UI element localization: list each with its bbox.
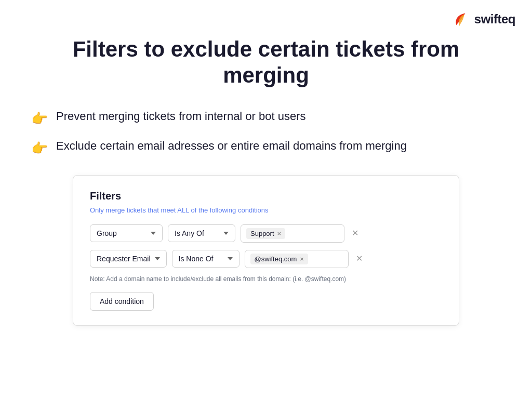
chevron-down-icon [151,232,156,235]
filter-card: Filters Only merge tickets that meet ALL… [73,175,459,326]
bullet-icon-2: 👉 [31,140,48,156]
operator-select-1[interactable]: Is Any Of [168,224,235,242]
logo-text: swifteq [474,12,515,26]
filter-card-title: Filters [90,190,442,202]
add-condition-button[interactable]: Add condition [90,292,154,311]
operator-select-1-label: Is Any Of [175,229,204,237]
field-select-1[interactable]: Group [90,224,163,242]
logo-area: swifteq [450,9,515,29]
tag-email: @swifteq.com × [250,254,308,264]
swifteq-logo-icon [450,9,470,29]
chevron-down-icon [228,257,233,260]
bullet-text-1: Prevent merging tickets from internal or… [56,110,306,123]
tag-email-close[interactable]: × [300,256,304,262]
tag-input-1[interactable]: Support × [241,224,344,243]
field-select-1-label: Group [97,229,117,237]
tag-input-2[interactable]: @swifteq.com × [245,250,349,268]
list-item: 👉 Exclude certain email adresses or enti… [31,139,501,156]
operator-select-2[interactable]: Is None Of [172,250,240,268]
operator-select-2-label: Is None Of [179,255,214,263]
bullet-text-2: Exclude certain email adresses or entire… [56,139,407,153]
chevron-down-icon [155,257,160,260]
tag-email-label: @swifteq.com [255,255,297,263]
list-item: 👉 Prevent merging tickets from internal … [31,110,501,127]
filter-row-1: Group Is Any Of Support × ✕ [90,224,442,243]
tag-support: Support × [246,228,285,239]
tag-support-close[interactable]: × [277,230,282,237]
delete-row-1-button[interactable]: ✕ [350,227,361,240]
main-content: Filters to exclude certain tickets from … [0,0,532,326]
chevron-down-icon [223,232,229,235]
filter-note: Note: Add a domain name to include/exclu… [90,275,442,283]
delete-row-2-button[interactable]: ✕ [354,252,365,265]
page-title: Filters to exclude certain tickets from … [31,36,501,89]
tag-support-label: Support [250,230,274,237]
bullet-icon-1: 👉 [31,111,48,127]
filter-card-subtitle: Only merge tickets that meet ALL of the … [90,206,442,214]
filter-row-2: Requester Email Is None Of @swifteq.com … [90,250,442,268]
bullet-list: 👉 Prevent merging tickets from internal … [31,110,501,156]
field-select-2[interactable]: Requester Email [90,250,167,268]
field-select-2-label: Requester Email [97,255,151,263]
